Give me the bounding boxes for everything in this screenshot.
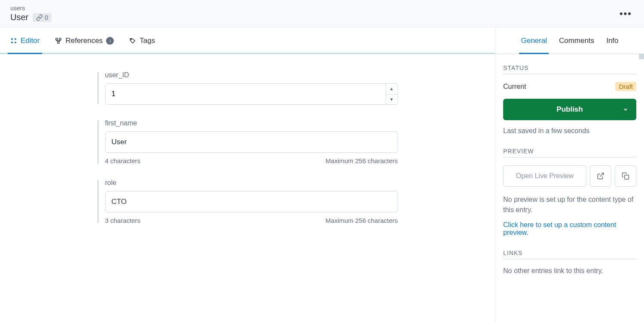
field-user-id-label: user_ID — [105, 71, 398, 79]
publish-button-label: Publish — [556, 105, 583, 114]
more-menu-button[interactable]: ••• — [617, 6, 635, 21]
role-input[interactable] — [105, 191, 398, 213]
copy-icon — [622, 172, 629, 180]
side-tabs: General Comments Info — [495, 27, 644, 54]
link-icon — [36, 14, 43, 21]
field-role-label: role — [105, 179, 398, 187]
first-name-helper: 4 characters Maximum 256 characters — [105, 157, 398, 164]
svg-point-3 — [15, 42, 16, 43]
preview-actions: Open Live Preview — [503, 165, 636, 187]
header-left: users User 0 — [10, 5, 52, 22]
status-current-label: Current — [503, 83, 526, 91]
status-heading: STATUS — [503, 64, 636, 74]
svg-point-1 — [15, 38, 16, 40]
tab-editor-label: Editor — [21, 36, 39, 45]
field-role: role 3 characters Maximum 256 characters — [97, 179, 398, 224]
user-id-step-up[interactable]: ▲ — [386, 84, 398, 94]
breadcrumb[interactable]: users — [10, 5, 52, 12]
references-info-badge: i — [106, 37, 114, 45]
role-helper: 3 characters Maximum 256 characters — [105, 217, 398, 224]
editor-pane: Editor References i Tags user_ID — [0, 27, 495, 322]
user-id-step-down[interactable]: ▼ — [386, 94, 398, 105]
link-count-value: 0 — [45, 14, 48, 21]
svg-line-8 — [600, 173, 604, 176]
side-tab-info[interactable]: Info — [606, 27, 618, 54]
chevron-down-icon — [623, 106, 629, 112]
field-user-id: user_ID ▲ ▼ — [97, 71, 398, 105]
form-area: user_ID ▲ ▼ first_name 4 characters — [0, 54, 495, 322]
preview-message: No preview is set up for the content typ… — [503, 194, 636, 215]
title-row: User 0 — [10, 12, 52, 22]
form-inner: user_ID ▲ ▼ first_name 4 characters — [97, 71, 398, 224]
field-first-name-label: first_name — [105, 119, 398, 127]
side-tab-general[interactable]: General — [521, 27, 547, 54]
role-char-max: Maximum 256 characters — [325, 217, 398, 224]
svg-point-2 — [11, 42, 13, 43]
field-first-name: first_name 4 characters Maximum 256 char… — [97, 119, 398, 164]
svg-rect-4 — [56, 38, 58, 40]
status-row: Current Draft — [503, 82, 636, 91]
tab-tags-label: Tags — [140, 36, 155, 45]
user-id-number-input-wrap: ▲ ▼ — [105, 83, 398, 105]
user-id-input[interactable] — [106, 84, 386, 104]
tab-editor[interactable]: Editor — [10, 27, 39, 54]
svg-point-0 — [11, 38, 13, 40]
links-message: No other entries link to this entry. — [503, 267, 636, 275]
status-badge: Draft — [615, 82, 636, 91]
first-name-char-max: Maximum 256 characters — [325, 157, 398, 164]
user-id-spinner: ▲ ▼ — [386, 84, 398, 104]
last-saved-text: Last saved in a few seconds — [503, 127, 636, 135]
side-body: STATUS Current Draft Publish Last saved … — [495, 54, 644, 322]
main-layout: Editor References i Tags user_ID — [0, 27, 644, 322]
editor-tabs: Editor References i Tags — [0, 27, 495, 54]
tab-references-label: References — [65, 36, 103, 45]
tab-tags[interactable]: Tags — [129, 27, 155, 54]
external-link-icon — [597, 172, 605, 180]
side-pane: General Comments Info STATUS Current Dra… — [495, 27, 644, 322]
svg-point-7 — [131, 39, 132, 39]
first-name-input[interactable] — [105, 131, 398, 153]
first-name-char-count: 4 characters — [105, 157, 141, 164]
svg-rect-9 — [625, 175, 629, 179]
tab-references[interactable]: References i — [55, 27, 114, 54]
links-heading: LINKS — [503, 249, 636, 259]
references-icon — [55, 37, 62, 44]
setup-preview-link[interactable]: Click here to set up a custom content pr… — [503, 221, 636, 237]
side-tab-comments[interactable]: Comments — [559, 27, 594, 54]
tag-icon — [129, 37, 136, 44]
publish-button[interactable]: Publish — [503, 99, 636, 120]
link-count-badge[interactable]: 0 — [33, 13, 52, 22]
header-bar: users User 0 ••• — [0, 0, 644, 27]
svg-rect-5 — [59, 38, 61, 40]
preview-heading: PREVIEW — [503, 148, 636, 158]
svg-rect-6 — [58, 42, 59, 43]
editor-icon — [10, 37, 17, 44]
copy-button[interactable] — [615, 165, 636, 187]
page-title: User — [10, 12, 28, 22]
role-char-count: 3 characters — [105, 217, 141, 224]
scrollbar-up-arrow[interactable] — [639, 54, 644, 59]
open-live-preview-button[interactable]: Open Live Preview — [503, 165, 586, 187]
open-external-button[interactable] — [590, 165, 611, 187]
